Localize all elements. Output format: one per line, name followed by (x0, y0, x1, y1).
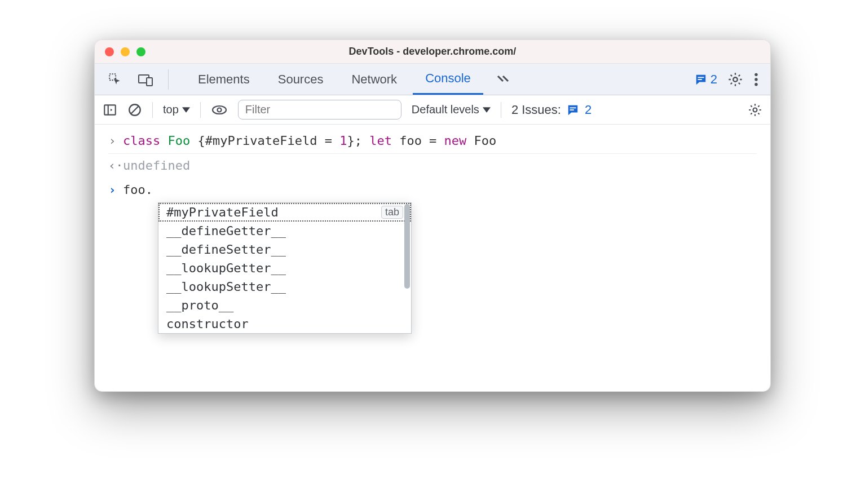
titlebar: DevTools - developer.chrome.com/ (95, 40, 770, 64)
scrollbar[interactable] (404, 204, 410, 289)
settings-icon[interactable] (727, 72, 743, 87)
more-tabs-icon[interactable] (489, 64, 518, 95)
log-level-label: Default levels (412, 103, 479, 116)
autocomplete-item-label: #myPrivateField (166, 205, 279, 219)
issues-chip[interactable]: 2 Issues: 2 (511, 103, 592, 117)
svg-rect-2 (147, 78, 152, 86)
kebab-menu-icon[interactable] (753, 72, 759, 87)
chevron-right-icon: › (108, 134, 116, 148)
autocomplete-item-label: __proto__ (166, 298, 233, 312)
filter-input[interactable] (238, 100, 401, 120)
svg-point-6 (754, 73, 757, 76)
tab-hint: tab (381, 206, 403, 219)
console-row-output: ‹· undefined (108, 154, 757, 178)
svg-point-7 (754, 78, 757, 81)
svg-point-5 (733, 77, 737, 81)
inspect-element-icon[interactable] (103, 64, 127, 95)
tab-console[interactable]: Console (413, 64, 483, 95)
issues-label: 2 Issues: (511, 103, 561, 117)
console-toolbar: top Default levels 2 Issues: 2 (95, 95, 770, 125)
svg-rect-4 (698, 79, 701, 80)
toggle-sidebar-icon[interactable] (103, 103, 117, 117)
console-row-prompt[interactable]: › foo. (108, 178, 757, 202)
autocomplete-item[interactable]: __defineSetter__ (158, 240, 411, 259)
autocomplete-item-label: __lookupGetter__ (166, 261, 286, 275)
clear-console-icon[interactable] (127, 103, 142, 117)
issues-count: 2 (585, 103, 592, 117)
autocomplete-popup: #myPrivateField tab __defineGetter__ __d… (158, 202, 412, 334)
context-label: top (163, 103, 179, 116)
context-selector[interactable]: top (163, 103, 190, 116)
traffic-lights (105, 47, 145, 56)
chevron-left-icon: ‹· (108, 158, 116, 173)
tab-network[interactable]: Network (339, 64, 409, 95)
autocomplete-item[interactable]: __defineGetter__ (158, 222, 411, 240)
separator (200, 102, 201, 118)
messages-count: 2 (710, 72, 717, 87)
svg-rect-3 (698, 77, 704, 78)
tab-sources[interactable]: Sources (266, 64, 336, 95)
separator (501, 102, 501, 118)
autocomplete-item[interactable]: #myPrivateField tab (158, 203, 411, 222)
tabs: Elements Sources Network Console (186, 64, 483, 95)
svg-rect-16 (570, 109, 573, 110)
minimize-button[interactable] (121, 47, 130, 56)
autocomplete-item[interactable]: __proto__ (158, 296, 411, 315)
svg-point-13 (213, 106, 226, 114)
autocomplete-item-label: __lookupSetter__ (166, 280, 286, 294)
close-button[interactable] (105, 47, 114, 56)
device-toolbar-icon[interactable] (133, 64, 158, 95)
live-expression-icon[interactable] (211, 104, 228, 116)
svg-rect-9 (104, 105, 116, 114)
autocomplete-item[interactable]: __lookupGetter__ (158, 259, 411, 277)
console-settings-icon[interactable] (748, 103, 762, 117)
console-code-line: class Foo {#myPrivateField = 1}; let foo… (123, 134, 496, 148)
autocomplete-item[interactable]: constructor (158, 315, 411, 333)
separator (152, 102, 153, 118)
autocomplete-item[interactable]: __lookupSetter__ (158, 277, 411, 296)
console-output: undefined (123, 158, 190, 173)
console-body: › class Foo {#myPrivateField = 1}; let f… (95, 125, 770, 391)
svg-point-14 (217, 108, 221, 112)
separator (168, 69, 169, 90)
svg-point-8 (754, 82, 757, 85)
autocomplete-item-label: constructor (166, 317, 249, 331)
svg-rect-15 (570, 107, 576, 108)
console-prompt-text: foo. (123, 183, 153, 197)
console-row-input: › class Foo {#myPrivateField = 1}; let f… (108, 129, 757, 154)
maximize-button[interactable] (136, 47, 145, 56)
svg-point-17 (753, 108, 757, 112)
autocomplete-item-label: __defineSetter__ (166, 242, 286, 257)
chevron-right-icon: › (108, 183, 116, 197)
window-title: DevTools - developer.chrome.com/ (95, 46, 770, 58)
tab-elements[interactable]: Elements (186, 64, 262, 95)
log-level-selector[interactable]: Default levels (412, 103, 491, 116)
autocomplete-item-label: __defineGetter__ (166, 224, 286, 238)
svg-line-12 (131, 106, 139, 113)
messages-chip[interactable]: 2 (695, 72, 717, 87)
main-tabbar: Elements Sources Network Console 2 (95, 64, 770, 95)
devtools-window: DevTools - developer.chrome.com/ Element… (94, 39, 771, 392)
